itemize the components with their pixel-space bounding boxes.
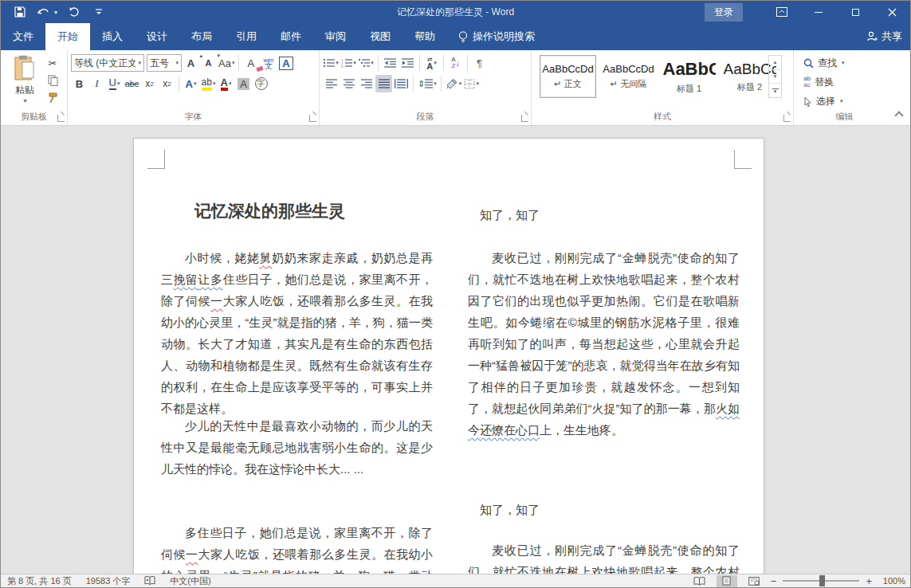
tab-review[interactable]: 审阅 — [313, 23, 358, 50]
asian-layout-button[interactable]: ⇄A ▾ — [423, 54, 440, 72]
tab-layout[interactable]: 布局 — [179, 23, 224, 50]
strikethrough-button[interactable]: abc — [124, 75, 140, 92]
clear-formatting-button[interactable]: A — [242, 54, 259, 72]
tell-me-label: 操作说明搜索 — [473, 29, 535, 44]
tab-help[interactable]: 帮助 — [402, 23, 447, 50]
font-dialog-launcher-icon[interactable] — [309, 115, 316, 122]
font-size-combo[interactable]: 五号 ▾ — [147, 54, 182, 72]
change-case-button[interactable]: Aa▾ — [218, 54, 235, 72]
maximize-button[interactable] — [837, 1, 874, 23]
ribbon-display-options-icon[interactable] — [764, 1, 800, 23]
customize-qat-icon[interactable] — [92, 6, 105, 18]
paragraph-dialog-launcher-icon[interactable] — [521, 115, 528, 122]
font-size-value: 五号 — [150, 57, 173, 70]
styles-more-icon[interactable]: ▾ — [769, 84, 781, 97]
undo-dropdown-icon[interactable]: ▾ — [54, 9, 57, 16]
undo-icon[interactable] — [37, 6, 50, 18]
distribute-button[interactable] — [393, 75, 410, 92]
numbering-button[interactable]: 123 ▾ — [340, 54, 357, 72]
multilevel-list-button[interactable]: ▾ — [358, 54, 375, 72]
bold-button[interactable]: B — [71, 75, 88, 92]
style-no-spacing[interactable]: AaBbCcDd ↵ 无间隔 — [600, 55, 657, 98]
line-spacing-button[interactable]: ⇕ ▾ — [417, 75, 438, 92]
superscript-button[interactable]: x2 — [159, 75, 175, 92]
style-normal[interactable]: AaBbCcDd ↵ 正文 — [540, 55, 596, 98]
collapse-ribbon-icon[interactable] — [894, 111, 903, 120]
styles-dialog-launcher-icon[interactable] — [783, 115, 791, 122]
zoom-percentage[interactable]: 100% — [878, 576, 905, 586]
align-right-button[interactable] — [358, 75, 375, 92]
language-indicator[interactable]: 中文(中国) — [170, 575, 210, 587]
login-button[interactable]: 登录 — [705, 3, 743, 22]
section-heading: 知了，知了 — [468, 499, 740, 520]
page-indicator[interactable]: 第 8 页, 共 16 页 — [7, 575, 72, 587]
character-border-button[interactable]: A — [277, 54, 294, 72]
styles-group-label: 样式 — [532, 111, 793, 123]
bullets-button[interactable]: ▾ — [323, 54, 340, 72]
style-preview: AaBbCcDd — [603, 63, 655, 75]
character-shading-button[interactable]: A — [235, 75, 252, 92]
text-effects-button[interactable]: A▾ — [183, 75, 199, 92]
styles-scroll-down-icon[interactable]: ▾ — [769, 70, 781, 84]
italic-button[interactable]: I — [88, 75, 105, 92]
decrease-indent-button[interactable] — [382, 54, 399, 72]
sort-button[interactable]: AZ ↓ — [447, 54, 464, 72]
document-area[interactable]: 记忆深处的那些生灵 小时候，姥姥舅奶奶来家走亲戚，奶奶总是再三挽留让多住些日子，… — [1, 126, 910, 576]
read-mode-icon[interactable] — [689, 575, 710, 587]
increase-indent-button[interactable] — [399, 54, 416, 72]
highlight-color-button[interactable]: ab▾ — [200, 75, 217, 92]
shading-button[interactable]: ▾ — [445, 75, 463, 92]
tab-insert[interactable]: 插入 — [90, 23, 135, 50]
show-hide-marks-button[interactable]: ¶ — [471, 54, 488, 72]
style-heading1[interactable]: AaBbCcDd 标题 1 — [661, 55, 717, 98]
copy-icon[interactable] — [45, 74, 60, 87]
subscript-button[interactable]: x2 — [141, 75, 158, 92]
document-page[interactable]: 记忆深处的那些生灵 小时候，姥姥舅奶奶来家走亲戚，奶奶总是再三挽留让多住些日子，… — [133, 138, 764, 576]
tab-references[interactable]: 引用 — [224, 23, 269, 50]
tab-view[interactable]: 视图 — [358, 23, 402, 50]
cut-icon[interactable]: ✂ — [45, 57, 60, 69]
shrink-font-button[interactable]: A▾ — [200, 54, 217, 72]
quick-access-toolbar: ▾ — [1, 6, 105, 18]
font-color-button[interactable]: A▾ — [218, 75, 234, 92]
print-layout-icon[interactable] — [717, 575, 737, 587]
font-group-label: 字体 — [68, 111, 319, 123]
select-button[interactable]: 选择 ▾ — [803, 93, 845, 109]
share-button[interactable]: 共享 — [866, 23, 902, 50]
zoom-slider-thumb[interactable] — [819, 575, 825, 586]
close-button[interactable] — [874, 1, 910, 23]
find-button[interactable]: 查找 ▾ — [803, 55, 845, 71]
underline-button[interactable]: U — [109, 77, 116, 90]
style-preview: AaBbCcDd — [663, 59, 716, 80]
paragraph: 麦收已过，刚刚完成了“金蝉脱壳”使命的知了们，就忙不迭地在树上欢快地歌唱起来，整… — [468, 539, 740, 576]
align-center-button[interactable] — [340, 75, 357, 92]
tab-mailings[interactable]: 邮件 — [269, 23, 313, 50]
underline-caret-icon[interactable]: ▾ — [117, 80, 120, 87]
zoom-out-button[interactable]: − — [771, 575, 777, 587]
enclose-characters-button[interactable]: 字 — [253, 75, 269, 92]
format-painter-icon[interactable] — [45, 92, 60, 104]
paste-dropdown-icon[interactable]: ▾ — [8, 97, 42, 104]
tab-home[interactable]: 开始 — [45, 23, 90, 50]
align-left-button[interactable] — [323, 75, 340, 92]
paste-button[interactable]: 粘贴 ▾ — [7, 55, 42, 104]
save-icon[interactable] — [14, 6, 26, 18]
tab-design[interactable]: 设计 — [135, 23, 179, 50]
grow-font-button[interactable]: A▴ — [183, 54, 199, 72]
minimize-button[interactable] — [800, 1, 837, 23]
tell-me-search[interactable]: 操作说明搜索 — [447, 23, 546, 50]
borders-button[interactable]: ▾ — [463, 75, 480, 92]
zoom-in-button[interactable]: + — [866, 575, 872, 587]
zoom-slider[interactable] — [783, 580, 859, 582]
styles-scroll-up-icon[interactable]: ▴ — [769, 56, 781, 70]
clipboard-dialog-launcher-icon[interactable] — [57, 115, 65, 122]
redo-icon[interactable] — [69, 6, 81, 18]
paste-label: 粘贴 — [7, 84, 42, 97]
word-count[interactable]: 19583 个字 — [86, 575, 131, 587]
tab-file[interactable]: 文件 — [1, 23, 45, 50]
web-layout-icon[interactable] — [744, 575, 764, 587]
replace-button[interactable]: ab ac 替换 — [803, 74, 845, 90]
justify-button[interactable] — [375, 75, 392, 92]
font-name-combo[interactable]: 等线 (中文正文 ▾ — [71, 54, 144, 72]
proofing-icon[interactable] — [144, 576, 155, 586]
